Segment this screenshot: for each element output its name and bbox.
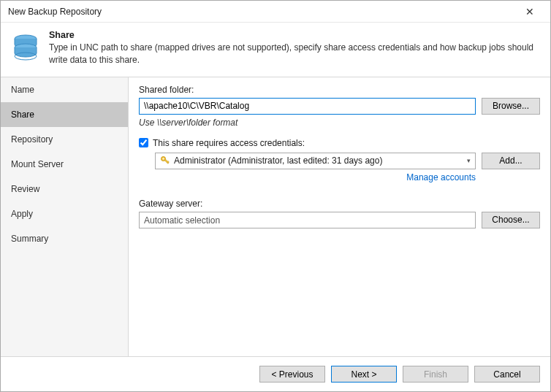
shared-folder-row: Browse... <box>139 98 540 115</box>
manage-accounts-wrap: Manage accounts <box>139 169 540 182</box>
repository-disks-icon <box>11 31 40 61</box>
sidebar-item-share[interactable]: Share <box>1 102 128 127</box>
header: Share Type in UNC path to share (mapped … <box>1 23 550 77</box>
header-text: Share Type in UNC path to share (mapped … <box>49 30 540 66</box>
header-title: Share <box>49 30 540 40</box>
shared-folder-label: Shared folder: <box>139 85 540 95</box>
chevron-down-icon: ▾ <box>466 157 472 164</box>
sidebar-item-apply[interactable]: Apply <box>1 201 128 226</box>
key-icon <box>160 155 170 166</box>
sidebar-item-review[interactable]: Review <box>1 177 128 201</box>
dialog-window: New Backup Repository ✕ Share Type in UN… <box>0 0 551 392</box>
titlebar-title: New Backup Repository <box>8 7 515 17</box>
next-button[interactable]: Next > <box>331 366 397 383</box>
previous-button[interactable]: < Previous <box>259 366 325 383</box>
sidebar-item-mount-server[interactable]: Mount Server <box>1 152 128 177</box>
credentials-dropdown[interactable]: Administrator (Administrator, last edite… <box>155 153 476 169</box>
gateway-row: Automatic selection Choose... <box>139 212 540 228</box>
browse-button[interactable]: Browse... <box>482 98 540 115</box>
manage-accounts-link[interactable]: Manage accounts <box>406 172 476 182</box>
close-icon[interactable]: ✕ <box>515 1 544 22</box>
gateway-value: Automatic selection <box>139 212 476 228</box>
wizard-sidebar: Name Share Repository Mount Server Revie… <box>1 77 129 356</box>
gateway-label: Gateway server: <box>139 199 540 209</box>
sidebar-item-summary[interactable]: Summary <box>1 226 128 251</box>
add-button[interactable]: Add... <box>482 153 540 169</box>
credentials-row: Administrator (Administrator, last edite… <box>155 153 540 169</box>
cancel-button[interactable]: Cancel <box>474 366 540 383</box>
choose-button[interactable]: Choose... <box>482 212 540 228</box>
credentials-checkbox-row: This share requires access credentials: <box>139 138 540 148</box>
content-area: Shared folder: Browse... Use \\server\fo… <box>129 77 550 356</box>
svg-point-4 <box>162 158 164 159</box>
credentials-dropdown-text: Administrator (Administrator, last edite… <box>174 155 466 166</box>
header-subtitle: Type in UNC path to share (mapped drives… <box>49 42 540 66</box>
dialog-body: Name Share Repository Mount Server Revie… <box>1 77 550 356</box>
credentials-checkbox[interactable] <box>139 138 148 147</box>
credentials-checkbox-label: This share requires access credentials: <box>153 138 305 148</box>
titlebar: New Backup Repository ✕ <box>1 1 550 23</box>
sidebar-item-name[interactable]: Name <box>1 77 128 102</box>
shared-folder-input[interactable] <box>139 98 476 115</box>
finish-button: Finish <box>403 366 468 383</box>
footer: < Previous Next > Finish Cancel <box>1 356 550 391</box>
shared-folder-hint: Use \\server\folder format <box>139 118 540 128</box>
sidebar-item-repository[interactable]: Repository <box>1 127 128 152</box>
